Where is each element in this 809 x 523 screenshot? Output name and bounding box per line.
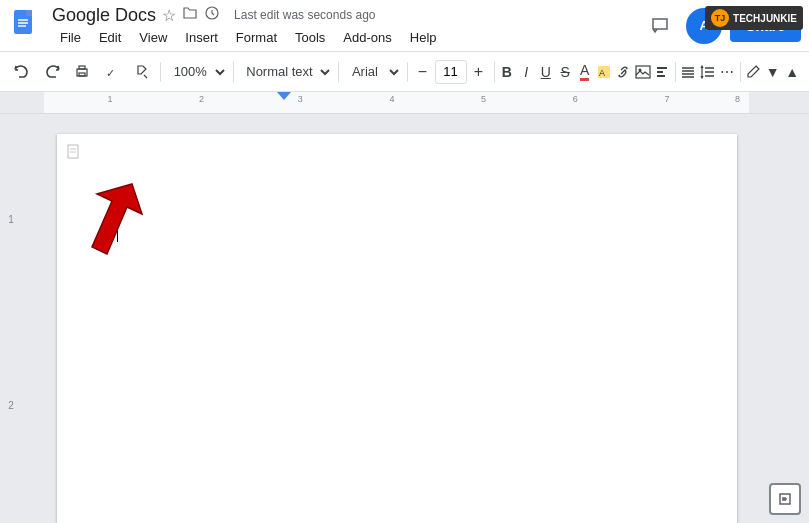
ruler-mark-5: 5 (481, 94, 486, 104)
page-num-2: 2 (8, 400, 14, 411)
line-spacing-button[interactable] (699, 58, 716, 86)
divider-1 (160, 62, 161, 82)
undo-button[interactable] (8, 58, 36, 86)
svg-rect-9 (79, 73, 85, 76)
divider-3 (338, 62, 339, 82)
menu-edit[interactable]: Edit (91, 28, 129, 47)
content-area: 1 2 3 4 (0, 114, 809, 523)
ruler-mark-1: 1 (107, 94, 112, 104)
ruler-container: 1 2 3 4 5 6 7 8 (0, 92, 809, 114)
menu-tools[interactable]: Tools (287, 28, 333, 47)
ruler-mark-8: 8 (735, 94, 740, 104)
ruler-mark-6: 6 (573, 94, 578, 104)
font-color-button[interactable]: A (576, 58, 593, 86)
history-icon[interactable] (204, 5, 220, 25)
svg-rect-22 (68, 145, 78, 158)
divider-2 (233, 62, 234, 82)
formatting-toolbar: ✓ 100%75%125%150% Normal textHeading 1He… (0, 52, 809, 92)
last-edit-text: Last edit was seconds ago (234, 8, 375, 22)
app-title: Google Docs (52, 5, 156, 26)
italic-button[interactable]: I (518, 58, 535, 86)
font-size-increase[interactable]: + (468, 61, 490, 83)
bold-button[interactable]: B (498, 58, 515, 86)
page-numbers: 1 2 3 4 (0, 114, 22, 523)
svg-text:✓: ✓ (106, 67, 115, 79)
redo-button[interactable] (38, 58, 66, 86)
svg-marker-25 (92, 184, 142, 254)
caret-button[interactable]: ▼ (764, 58, 781, 86)
more-button[interactable]: ⋯ (719, 58, 736, 86)
svg-text:A: A (599, 68, 605, 78)
ruler-indent-marker[interactable] (277, 92, 291, 100)
watermark: TJ TECHJUNKIE (705, 6, 803, 30)
highlight-button[interactable]: A (595, 58, 612, 86)
document-page[interactable] (57, 134, 737, 523)
titlebar: Google Docs ☆ Last edit was seconds ago … (0, 0, 809, 52)
arrow-annotation (72, 179, 152, 263)
paint-format-button[interactable] (128, 58, 156, 86)
star-icon[interactable]: ☆ (162, 6, 176, 25)
app-icon (8, 8, 44, 44)
style-select[interactable]: Normal textHeading 1Heading 2 (237, 59, 334, 85)
divider-4 (407, 62, 408, 82)
ruler-mark-2: 2 (199, 94, 204, 104)
ruler-mark-3: 3 (298, 94, 303, 104)
image-button[interactable] (634, 58, 651, 86)
ruler-mark-4: 4 (389, 94, 394, 104)
menu-help[interactable]: Help (402, 28, 445, 47)
divider-7 (740, 62, 741, 82)
editing-mode-button[interactable] (745, 58, 762, 86)
font-size-group: − + (412, 60, 490, 84)
menu-format[interactable]: Format (228, 28, 285, 47)
divider-6 (675, 62, 676, 82)
menu-file[interactable]: File (52, 28, 89, 47)
strikethrough-button[interactable]: S (556, 58, 573, 86)
app-title-group: Google Docs ☆ Last edit was seconds ago … (52, 5, 642, 47)
svg-rect-13 (636, 66, 650, 78)
divider-5 (494, 62, 495, 82)
align-button[interactable] (680, 58, 697, 86)
underline-button[interactable]: U (537, 58, 554, 86)
zoom-select[interactable]: 100%75%125%150% (165, 59, 229, 85)
menu-bar: File Edit View Insert Format Tools Add-o… (52, 28, 642, 47)
menu-addons[interactable]: Add-ons (335, 28, 399, 47)
collapse-button[interactable]: ▲ (784, 58, 801, 86)
print-button[interactable] (68, 58, 96, 86)
insert-button[interactable] (654, 58, 671, 86)
text-area[interactable] (117, 224, 677, 246)
menu-insert[interactable]: Insert (177, 28, 226, 47)
svg-rect-2 (26, 10, 32, 16)
left-margin: 1 2 3 4 (0, 114, 22, 523)
page-outline-icon (67, 144, 81, 163)
menu-view[interactable]: View (131, 28, 175, 47)
svg-rect-8 (79, 66, 85, 69)
page-num-1: 1 (8, 214, 14, 225)
watermark-text: TECHJUNKIE (733, 13, 797, 24)
doc-area[interactable] (22, 114, 771, 523)
watermark-logo: TJ (711, 9, 729, 27)
link-button[interactable] (615, 58, 632, 86)
folder-icon[interactable] (182, 5, 198, 25)
font-size-input[interactable] (435, 60, 467, 84)
app-title-row: Google Docs ☆ Last edit was seconds ago (52, 5, 642, 26)
ruler-mark-7: 7 (664, 94, 669, 104)
corner-explore-button[interactable] (769, 483, 801, 515)
spellcheck-button[interactable]: ✓ (98, 58, 126, 86)
font-size-decrease[interactable]: − (412, 61, 434, 83)
ruler: 1 2 3 4 5 6 7 8 (44, 92, 749, 113)
comments-button[interactable] (642, 8, 678, 44)
font-select[interactable]: ArialTimes New RomanVerdana (343, 59, 403, 85)
right-toolbar (771, 114, 809, 523)
